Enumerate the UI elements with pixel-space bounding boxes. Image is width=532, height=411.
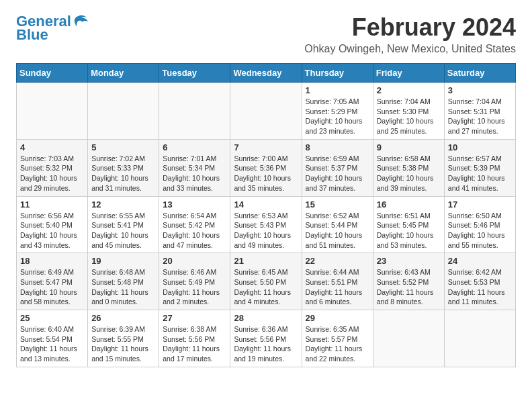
calendar-cell: 27Sunrise: 6:38 AMSunset: 5:56 PMDayligh… — [159, 310, 230, 367]
calendar-cell — [444, 310, 515, 367]
calendar-cell: 28Sunrise: 6:36 AMSunset: 5:56 PMDayligh… — [230, 310, 302, 367]
day-info: Sunrise: 6:38 AMSunset: 5:56 PMDaylight:… — [163, 324, 226, 364]
calendar-week-row: 11Sunrise: 6:56 AMSunset: 5:40 PMDayligh… — [17, 196, 516, 253]
day-of-week-header: Thursday — [302, 64, 373, 83]
calendar-cell: 15Sunrise: 6:52 AMSunset: 5:44 PMDayligh… — [302, 196, 373, 253]
day-number: 27 — [163, 313, 226, 323]
calendar-cell: 18Sunrise: 6:49 AMSunset: 5:47 PMDayligh… — [17, 253, 88, 310]
day-number: 29 — [306, 313, 369, 323]
day-info: Sunrise: 6:56 AMSunset: 5:40 PMDaylight:… — [20, 211, 84, 250]
day-number: 14 — [234, 199, 298, 210]
calendar-cell: 16Sunrise: 6:51 AMSunset: 5:45 PMDayligh… — [373, 196, 444, 253]
calendar-cell: 10Sunrise: 6:57 AMSunset: 5:39 PMDayligh… — [444, 139, 515, 196]
day-number: 8 — [306, 142, 369, 152]
day-info: Sunrise: 6:43 AMSunset: 5:52 PMDaylight:… — [377, 267, 441, 307]
day-info: Sunrise: 6:58 AMSunset: 5:38 PMDaylight:… — [377, 154, 441, 193]
page-header: General Blue February 2024 Ohkay Owingeh… — [16, 13, 516, 55]
day-of-week-header: Wednesday — [230, 64, 302, 83]
calendar-cell: 2Sunrise: 7:04 AMSunset: 5:30 PMDaylight… — [373, 83, 444, 140]
day-info: Sunrise: 6:59 AMSunset: 5:37 PMDaylight:… — [306, 154, 369, 193]
calendar-cell: 21Sunrise: 6:45 AMSunset: 5:50 PMDayligh… — [230, 253, 302, 310]
day-info: Sunrise: 6:40 AMSunset: 5:54 PMDaylight:… — [20, 324, 84, 364]
day-info: Sunrise: 7:05 AMSunset: 5:29 PMDaylight:… — [306, 97, 369, 136]
calendar-cell: 8Sunrise: 6:59 AMSunset: 5:37 PMDaylight… — [302, 139, 373, 196]
day-info: Sunrise: 7:02 AMSunset: 5:33 PMDaylight:… — [91, 154, 155, 193]
logo: General Blue — [16, 13, 88, 43]
day-number: 10 — [448, 142, 512, 152]
day-info: Sunrise: 6:42 AMSunset: 5:53 PMDaylight:… — [448, 267, 512, 307]
day-info: Sunrise: 6:35 AMSunset: 5:57 PMDaylight:… — [306, 324, 369, 364]
calendar-cell: 22Sunrise: 6:44 AMSunset: 5:51 PMDayligh… — [302, 253, 373, 310]
day-number: 24 — [448, 256, 512, 266]
day-info: Sunrise: 6:54 AMSunset: 5:42 PMDaylight:… — [163, 211, 226, 250]
logo-bird-icon — [73, 15, 88, 27]
day-info: Sunrise: 7:04 AMSunset: 5:30 PMDaylight:… — [377, 97, 441, 136]
day-number: 2 — [377, 85, 441, 95]
day-info: Sunrise: 7:01 AMSunset: 5:34 PMDaylight:… — [163, 154, 226, 193]
title-block: February 2024 Ohkay Owingeh, New Mexico,… — [304, 13, 516, 55]
calendar-week-row: 18Sunrise: 6:49 AMSunset: 5:47 PMDayligh… — [17, 253, 516, 310]
day-number: 1 — [306, 85, 369, 95]
calendar-cell: 23Sunrise: 6:43 AMSunset: 5:52 PMDayligh… — [373, 253, 444, 310]
day-of-week-header: Sunday — [17, 64, 88, 83]
calendar-cell: 17Sunrise: 6:50 AMSunset: 5:46 PMDayligh… — [444, 196, 515, 253]
day-of-week-header: Friday — [373, 64, 444, 83]
day-number: 16 — [377, 199, 441, 210]
day-info: Sunrise: 6:45 AMSunset: 5:50 PMDaylight:… — [234, 267, 298, 307]
day-number: 5 — [91, 142, 155, 152]
day-number: 4 — [20, 142, 84, 152]
calendar-cell: 11Sunrise: 6:56 AMSunset: 5:40 PMDayligh… — [17, 196, 88, 253]
day-info: Sunrise: 6:48 AMSunset: 5:48 PMDaylight:… — [91, 267, 155, 307]
calendar-cell: 4Sunrise: 7:03 AMSunset: 5:32 PMDaylight… — [17, 139, 88, 196]
day-number: 13 — [163, 199, 226, 210]
day-info: Sunrise: 6:51 AMSunset: 5:45 PMDaylight:… — [377, 211, 441, 250]
calendar-week-row: 1Sunrise: 7:05 AMSunset: 5:29 PMDaylight… — [17, 83, 516, 140]
day-info: Sunrise: 7:04 AMSunset: 5:31 PMDaylight:… — [448, 97, 512, 136]
main-title: February 2024 — [304, 13, 516, 42]
calendar-cell — [230, 83, 302, 140]
calendar-cell: 12Sunrise: 6:55 AMSunset: 5:41 PMDayligh… — [88, 196, 159, 253]
calendar-cell: 19Sunrise: 6:48 AMSunset: 5:48 PMDayligh… — [88, 253, 159, 310]
day-number: 20 — [163, 256, 226, 266]
day-number: 7 — [234, 142, 298, 152]
calendar-cell: 3Sunrise: 7:04 AMSunset: 5:31 PMDaylight… — [444, 83, 515, 140]
day-info: Sunrise: 7:03 AMSunset: 5:32 PMDaylight:… — [20, 154, 84, 193]
calendar-cell: 14Sunrise: 6:53 AMSunset: 5:43 PMDayligh… — [230, 196, 302, 253]
calendar-cell: 29Sunrise: 6:35 AMSunset: 5:57 PMDayligh… — [302, 310, 373, 367]
day-number: 21 — [234, 256, 298, 266]
day-info: Sunrise: 6:44 AMSunset: 5:51 PMDaylight:… — [306, 267, 369, 307]
calendar-week-row: 4Sunrise: 7:03 AMSunset: 5:32 PMDaylight… — [17, 139, 516, 196]
calendar-week-row: 25Sunrise: 6:40 AMSunset: 5:54 PMDayligh… — [17, 310, 516, 367]
subtitle: Ohkay Owingeh, New Mexico, United States — [304, 43, 516, 55]
day-of-week-header: Tuesday — [159, 64, 230, 83]
calendar-cell: 6Sunrise: 7:01 AMSunset: 5:34 PMDaylight… — [159, 139, 230, 196]
day-info: Sunrise: 6:39 AMSunset: 5:55 PMDaylight:… — [91, 324, 155, 364]
day-info: Sunrise: 6:50 AMSunset: 5:46 PMDaylight:… — [448, 211, 512, 250]
calendar-cell: 20Sunrise: 6:46 AMSunset: 5:49 PMDayligh… — [159, 253, 230, 310]
calendar-table: SundayMondayTuesdayWednesdayThursdayFrid… — [16, 63, 516, 367]
day-of-week-header: Monday — [88, 64, 159, 83]
calendar-cell: 7Sunrise: 7:00 AMSunset: 5:36 PMDaylight… — [230, 139, 302, 196]
day-number: 18 — [20, 256, 84, 266]
day-number: 11 — [20, 199, 84, 210]
logo-blue-text: Blue — [16, 27, 48, 43]
day-number: 3 — [448, 85, 512, 95]
calendar-cell: 9Sunrise: 6:58 AMSunset: 5:38 PMDaylight… — [373, 139, 444, 196]
day-info: Sunrise: 6:52 AMSunset: 5:44 PMDaylight:… — [306, 211, 369, 250]
day-info: Sunrise: 6:57 AMSunset: 5:39 PMDaylight:… — [448, 154, 512, 193]
day-number: 19 — [91, 256, 155, 266]
calendar-cell: 24Sunrise: 6:42 AMSunset: 5:53 PMDayligh… — [444, 253, 515, 310]
day-number: 15 — [306, 199, 369, 210]
calendar-cell — [159, 83, 230, 140]
day-number: 23 — [377, 256, 441, 266]
day-number: 25 — [20, 313, 84, 323]
day-number: 28 — [234, 313, 298, 323]
calendar-cell: 25Sunrise: 6:40 AMSunset: 5:54 PMDayligh… — [17, 310, 88, 367]
day-of-week-header: Saturday — [444, 64, 515, 83]
day-info: Sunrise: 6:55 AMSunset: 5:41 PMDaylight:… — [91, 211, 155, 250]
day-number: 9 — [377, 142, 441, 152]
day-info: Sunrise: 6:49 AMSunset: 5:47 PMDaylight:… — [20, 267, 84, 307]
calendar-cell: 13Sunrise: 6:54 AMSunset: 5:42 PMDayligh… — [159, 196, 230, 253]
day-info: Sunrise: 6:36 AMSunset: 5:56 PMDaylight:… — [234, 324, 298, 364]
calendar-cell — [88, 83, 159, 140]
